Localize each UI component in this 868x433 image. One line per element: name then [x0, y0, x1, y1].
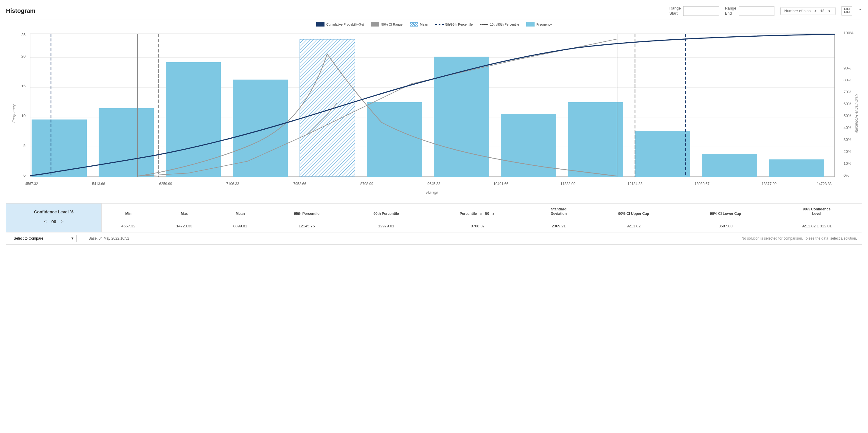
stats-table: Min Max Mean 95th Percentile 90th Percen… [102, 204, 862, 232]
confidence-value-display: 90 [51, 219, 56, 224]
bar-3 [166, 62, 221, 177]
legend-cumulative: Cumulative Probability(%) [316, 22, 364, 27]
expand-icon [844, 8, 849, 13]
confidence-level-label: Confidence Level % [34, 210, 73, 214]
svg-text:15: 15 [22, 84, 26, 88]
svg-text:20: 20 [22, 54, 26, 58]
percentile-header: Percentile < 50 > [431, 212, 525, 216]
col-min: Min [102, 204, 155, 220]
confidence-next-button[interactable]: > [60, 219, 65, 224]
select-compare-wrapper: Select to Compare ▼ [11, 235, 76, 242]
histogram-container: Histogram RangeStart RangeEnd Number of … [0, 0, 868, 433]
svg-text:13030.67: 13030.67 [694, 182, 710, 186]
svg-text:Range: Range [426, 190, 438, 195]
expand-button[interactable] [841, 6, 852, 16]
svg-text:70%: 70% [843, 90, 851, 94]
legend-10th-90th-icon [480, 24, 488, 25]
col-std-dev: StandardDeviation [529, 204, 588, 220]
svg-text:50%: 50% [843, 114, 851, 118]
svg-text:80%: 80% [843, 78, 851, 82]
svg-text:10%: 10% [843, 161, 851, 166]
svg-text:Frequency: Frequency [11, 104, 16, 123]
bar-11 [702, 154, 757, 177]
val-ci-upper: 9211.82 [588, 220, 680, 232]
confidence-prev-button[interactable]: < [43, 219, 48, 224]
base-info: Base, 04 May 2022,16:52 [89, 236, 129, 241]
range-end-label: RangeEnd [725, 6, 736, 16]
bar-9 [568, 102, 623, 177]
svg-text:7106.33: 7106.33 [226, 182, 239, 186]
svg-text:13877.00: 13877.00 [762, 182, 777, 186]
confidence-value-control: < 90 > [43, 219, 65, 224]
val-ci-lower: 8587.80 [679, 220, 771, 232]
svg-text:9645.33: 9645.33 [427, 182, 440, 186]
range-start-input[interactable] [683, 6, 719, 16]
svg-text:6259.99: 6259.99 [159, 182, 172, 186]
legend-5th-95th-icon [435, 24, 444, 25]
col-95th: 95th Percentile [267, 204, 346, 220]
stats-table-container: Min Max Mean 95th Percentile 90th Percen… [102, 204, 862, 232]
val-90th: 12979.01 [346, 220, 426, 232]
val-std-dev: 2369.21 [529, 220, 588, 232]
collapse-button[interactable]: ⌃ [858, 8, 862, 14]
controls-area: RangeStart RangeEnd Number of bins < 12 … [669, 6, 862, 16]
stats-bottom: Select to Compare ▼ Base, 04 May 2022,16… [6, 232, 862, 244]
legend-frequency-label: Frequency [536, 23, 552, 26]
histogram-chart: 0 5 10 15 20 25 0% 10% 20% 30% 40% 50% 6… [9, 30, 859, 197]
col-ci-upper: 90% CI Upper Cap [588, 204, 680, 220]
val-min: 4567.32 [102, 220, 155, 232]
bar-5-mean [300, 39, 355, 177]
svg-rect-2 [844, 11, 846, 13]
svg-text:30%: 30% [843, 137, 851, 142]
val-95th: 12145.75 [267, 220, 346, 232]
svg-text:11338.00: 11338.00 [560, 182, 576, 186]
bar-2 [99, 108, 154, 177]
bins-value: 12 [820, 9, 824, 13]
svg-text:40%: 40% [843, 125, 851, 130]
col-mean: Mean [213, 204, 267, 220]
legend-cumulative-icon [316, 22, 324, 27]
no-comparison-text: No solution is selected for comparison. … [742, 236, 857, 241]
svg-text:100%: 100% [843, 31, 854, 35]
svg-text:90%: 90% [843, 66, 851, 70]
svg-text:5: 5 [24, 143, 26, 148]
svg-text:Cumulative Probability: Cumulative Probability [855, 94, 859, 133]
percentile-value: 50 [485, 212, 489, 216]
legend-ci90-label: 90% CI Range [381, 23, 403, 26]
range-end-control: RangeEnd [725, 6, 774, 16]
bins-control: Number of bins < 12 > [780, 7, 836, 15]
svg-text:14723.33: 14723.33 [817, 182, 832, 186]
col-ci-lower: 90% CI Lower Cap [679, 204, 771, 220]
header: Histogram RangeStart RangeEnd Number of … [6, 6, 862, 16]
bar-7 [434, 57, 489, 177]
stats-table-header-row: Min Max Mean 95th Percentile 90th Percen… [102, 204, 862, 220]
legend-10th-90th: 10th/90th Percentile [480, 23, 519, 26]
val-ci-level: 9211.82 ± 312.01 [771, 220, 862, 232]
svg-text:0: 0 [24, 173, 26, 178]
legend-ci90-icon [371, 22, 379, 27]
page-title: Histogram [6, 7, 35, 14]
legend-5th-95th: 5th/95th Percentile [435, 23, 473, 26]
svg-text:10: 10 [22, 114, 26, 118]
svg-rect-0 [844, 8, 846, 10]
legend-10th-90th-label: 10th/90th Percentile [490, 23, 519, 26]
legend-5th-95th-label: 5th/95th Percentile [445, 23, 473, 26]
bins-prev-button[interactable]: < [813, 9, 818, 13]
stats-table-data-row: 4567.32 14723.33 8899.81 12145.75 12979.… [102, 220, 862, 232]
percentile-prev-button[interactable]: < [478, 212, 483, 216]
legend-mean-label: Mean [420, 23, 428, 26]
svg-text:12184.33: 12184.33 [627, 182, 643, 186]
percentile-next-button[interactable]: > [491, 212, 496, 216]
stats-top: Confidence Level % < 90 > Min Max Mean 9… [6, 204, 862, 232]
col-percentile: Percentile < 50 > [426, 204, 529, 220]
svg-text:5413.66: 5413.66 [92, 182, 105, 186]
select-compare[interactable]: Select to Compare [11, 235, 76, 242]
bar-6 [367, 102, 422, 177]
bar-12 [769, 159, 824, 177]
chart-legend: Cumulative Probability(%) 90% CI Range M… [9, 22, 859, 27]
range-end-input[interactable] [739, 6, 774, 16]
svg-text:20%: 20% [843, 149, 851, 154]
legend-mean-icon [410, 22, 418, 27]
col-ci-level: 90% ConfidenceLevel [771, 204, 862, 220]
bins-next-button[interactable]: > [827, 9, 832, 13]
